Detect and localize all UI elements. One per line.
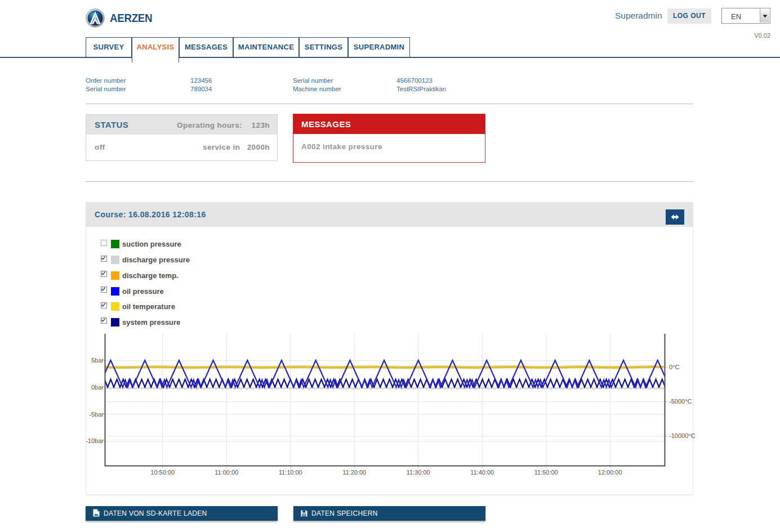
svg-text:-5000°C: -5000°C <box>669 398 692 405</box>
svg-text:-10bar: -10bar <box>86 437 104 444</box>
svg-text:11:40:00: 11:40:00 <box>470 469 494 476</box>
svg-text:11:30:00: 11:30:00 <box>407 469 430 476</box>
svg-text:11:20:00: 11:20:00 <box>342 469 366 476</box>
svg-text:11:00:00: 11:00:00 <box>215 469 238 476</box>
svg-text:0°C: 0°C <box>669 364 680 370</box>
svg-text:11:50:00: 11:50:00 <box>534 469 558 476</box>
svg-text:12:00:00: 12:00:00 <box>598 469 622 476</box>
svg-text:5bar: 5bar <box>91 357 104 364</box>
svg-text:0bar: 0bar <box>91 384 104 391</box>
svg-text:11:10:00: 11:10:00 <box>279 469 302 476</box>
svg-text:-10000°C: -10000°C <box>669 432 696 439</box>
svg-text:-5bar: -5bar <box>89 411 104 418</box>
svg-text:10:50:00: 10:50:00 <box>150 469 175 476</box>
